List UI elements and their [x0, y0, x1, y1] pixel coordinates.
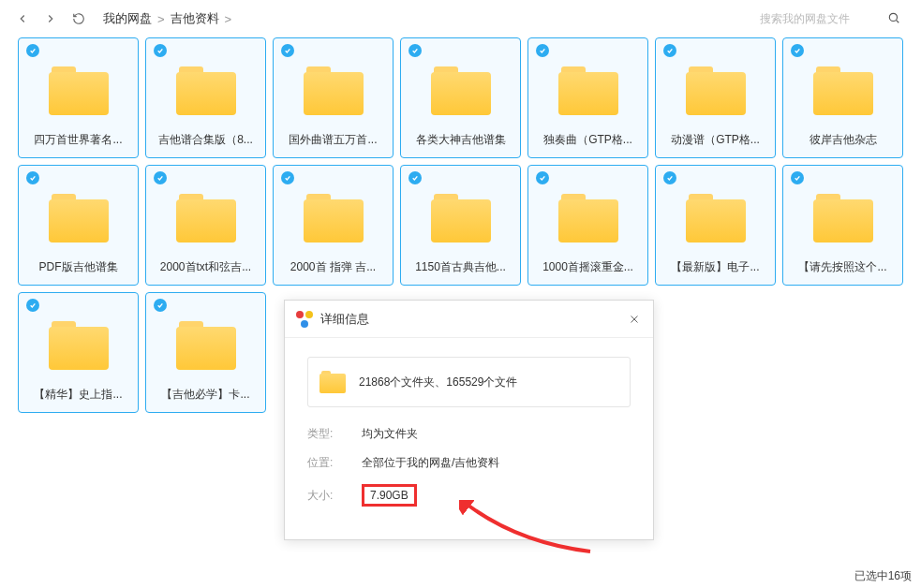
folder-tile[interactable]: 【请先按照这个...	[782, 165, 903, 286]
folder-icon	[49, 321, 109, 370]
search-box[interactable]	[760, 7, 910, 31]
breadcrumb-current[interactable]: 吉他资料	[171, 10, 219, 27]
folder-tile[interactable]: 动漫谱（GTP格...	[655, 37, 776, 158]
refresh-button[interactable]	[67, 7, 90, 30]
folder-label: 吉他谱合集版（8...	[158, 132, 253, 148]
details-popup: 详细信息 21868个文件夹、165529个文件 类型: 均为文件夹 位置: 全…	[284, 300, 654, 540]
selected-check-icon	[663, 44, 676, 57]
row-location: 位置: 全部位于我的网盘/吉他资料	[307, 455, 631, 471]
folder-label: 1000首摇滚重金...	[542, 259, 633, 275]
size-label: 大小:	[307, 488, 362, 504]
folder-icon	[176, 194, 236, 243]
selected-check-icon	[663, 171, 676, 184]
selected-check-icon	[281, 44, 294, 57]
close-icon[interactable]	[627, 312, 642, 327]
selected-check-icon	[791, 44, 804, 57]
folder-icon	[319, 371, 346, 393]
location-label: 位置:	[307, 455, 362, 471]
popup-header: 详细信息	[285, 301, 653, 338]
folder-tile[interactable]: 1000首摇滚重金...	[527, 165, 648, 286]
search-input[interactable]	[760, 12, 882, 25]
folder-tile[interactable]: 1150首古典吉他...	[400, 165, 521, 286]
popup-body: 21868个文件夹、165529个文件 类型: 均为文件夹 位置: 全部位于我的…	[285, 338, 653, 507]
folder-label: 2000首 指弹 吉...	[290, 259, 376, 275]
folder-icon	[431, 194, 491, 243]
folder-label: 【精华】史上指...	[34, 387, 122, 403]
folder-label: 独奏曲（GTP格...	[543, 132, 632, 148]
folder-tile[interactable]: 【精华】史上指...	[18, 292, 139, 413]
folder-tile[interactable]: 各类大神吉他谱集	[400, 37, 521, 158]
selected-check-icon	[281, 171, 294, 184]
folder-label: 【最新版】电子...	[671, 259, 759, 275]
folder-icon	[431, 66, 491, 115]
breadcrumb-sep: >	[225, 12, 232, 26]
selected-check-icon	[26, 299, 39, 312]
status-bar: 已选中16项	[854, 568, 912, 584]
folder-tile[interactable]: PDF版吉他谱集	[18, 165, 139, 286]
selected-check-icon	[409, 44, 422, 57]
forward-button[interactable]	[39, 7, 62, 30]
folder-icon	[49, 194, 109, 243]
selected-check-icon	[154, 44, 167, 57]
selected-check-icon	[409, 171, 422, 184]
folder-tile[interactable]: 彼岸吉他杂志	[782, 37, 903, 158]
folder-icon	[304, 194, 364, 243]
folder-label: PDF版吉他谱集	[39, 259, 118, 275]
selected-check-icon	[154, 171, 167, 184]
search-icon[interactable]	[887, 11, 900, 27]
folder-icon	[558, 194, 618, 243]
folder-icon	[686, 194, 746, 243]
popup-title: 详细信息	[320, 311, 627, 328]
folder-label: 国外曲谱五万首...	[289, 132, 377, 148]
selected-check-icon	[791, 171, 804, 184]
folder-tile[interactable]: 独奏曲（GTP格...	[527, 37, 648, 158]
size-value: 7.90GB	[362, 484, 417, 507]
size-highlight: 7.90GB	[362, 484, 417, 507]
folder-label: 【吉他必学】卡...	[161, 387, 249, 403]
breadcrumb-sep: >	[157, 12, 165, 26]
folder-tile[interactable]: 四万首世界著名...	[18, 37, 139, 158]
folder-icon	[558, 66, 618, 115]
folder-icon	[813, 66, 873, 115]
folder-label: 彼岸吉他杂志	[810, 132, 877, 148]
type-label: 类型:	[307, 426, 362, 442]
folder-label: 1150首古典吉他...	[415, 259, 506, 275]
row-type: 类型: 均为文件夹	[307, 426, 631, 442]
folder-icon	[686, 66, 746, 115]
selected-check-icon	[154, 299, 167, 312]
folder-label: 四万首世界著名...	[34, 132, 122, 148]
svg-point-0	[889, 13, 897, 21]
folder-label: 各类大神吉他谱集	[416, 132, 506, 148]
folder-label: 动漫谱（GTP格...	[671, 132, 760, 148]
folder-tile[interactable]: 吉他谱合集版（8...	[145, 37, 266, 158]
row-size: 大小: 7.90GB	[307, 484, 631, 507]
folder-icon	[49, 66, 109, 115]
selected-check-icon	[26, 171, 39, 184]
folder-tile[interactable]: 【吉他必学】卡...	[145, 292, 266, 413]
back-button[interactable]	[11, 7, 34, 30]
breadcrumb-root[interactable]: 我的网盘	[103, 10, 152, 27]
folder-icon	[813, 194, 873, 243]
folder-label: 2000首txt和弦吉...	[160, 259, 251, 275]
folder-tile[interactable]: 2000首 指弹 吉...	[273, 165, 394, 286]
selected-check-icon	[536, 171, 549, 184]
folder-icon	[304, 66, 364, 115]
summary-text: 21868个文件夹、165529个文件	[359, 375, 517, 390]
topbar: 我的网盘 > 吉他资料 >	[0, 0, 921, 37]
summary-box: 21868个文件夹、165529个文件	[307, 357, 631, 407]
folder-label: 【请先按照这个...	[798, 259, 886, 275]
folder-icon	[176, 66, 236, 115]
folder-icon	[176, 321, 236, 370]
location-value: 全部位于我的网盘/吉他资料	[362, 455, 499, 471]
folder-tile[interactable]: 国外曲谱五万首...	[273, 37, 394, 158]
folder-tile[interactable]: 2000首txt和弦吉...	[145, 165, 266, 286]
baidu-logo-icon	[296, 311, 313, 328]
type-value: 均为文件夹	[362, 426, 418, 442]
svg-line-1	[897, 20, 899, 22]
selected-check-icon	[26, 44, 39, 57]
breadcrumb: 我的网盘 > 吉他资料 >	[103, 10, 231, 27]
selected-check-icon	[536, 44, 549, 57]
folder-tile[interactable]: 【最新版】电子...	[655, 165, 776, 286]
